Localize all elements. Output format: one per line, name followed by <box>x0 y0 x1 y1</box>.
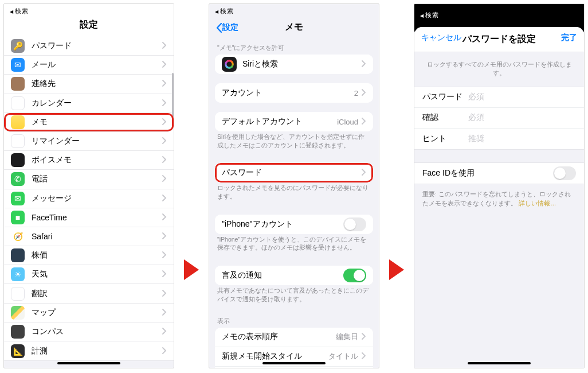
measure-icon: 📐 <box>11 344 25 358</box>
chevron-right-icon <box>362 117 366 126</box>
row-siri-search[interactable]: Siriと検索 <box>215 55 373 74</box>
compass-icon <box>11 325 25 339</box>
field-hint[interactable]: ヒント 推奨 <box>414 129 584 149</box>
back-search[interactable]: 検索 <box>10 7 28 14</box>
chevron-right-icon <box>362 60 366 69</box>
chevron-right-icon <box>162 79 167 88</box>
settings-row-contacts[interactable]: 連絡先 <box>4 75 174 94</box>
back-search[interactable]: 検索 <box>420 11 438 18</box>
switch-iphone-account[interactable] <box>343 217 366 231</box>
home-indicator[interactable] <box>468 362 531 364</box>
back-button[interactable]: 設定 <box>209 17 245 38</box>
chevron-right-icon <box>162 308 167 317</box>
row-label: 言及の通知 <box>222 270 343 281</box>
row-checked-sort[interactable]: チェックした項目を並べ替え 手動 <box>215 367 373 368</box>
chevron-right-icon <box>162 194 167 203</box>
row-value: 編集日 <box>336 332 358 342</box>
row-iphone-account[interactable]: "iPhone"アカウント <box>215 215 373 234</box>
row-label: "iPhone"アカウント <box>222 219 343 230</box>
row-label: 連絡先 <box>32 79 162 89</box>
row-label: コンパス <box>32 327 162 337</box>
row-sort-order[interactable]: メモの表示順序 編集日 <box>215 328 373 347</box>
chevron-right-icon <box>162 232 167 241</box>
siri-icon <box>222 57 237 72</box>
screen-settings: 検索 設定 🔑パスワード✉メール連絡先カレンダーメモリマインダーボイスメモ✆電話… <box>3 3 174 368</box>
chevron-right-icon <box>162 347 167 356</box>
cancel-button[interactable]: キャンセル <box>414 27 468 49</box>
settings-row-messages[interactable]: ✉メッセージ <box>4 189 174 208</box>
field-password[interactable]: パスワード 必須 <box>414 87 584 108</box>
caption-password: ロックされたメモを見るのにパスワードが必要になります。 <box>209 184 379 206</box>
section-allow-access: "メモ"にアクセスを許可 <box>209 37 379 55</box>
settings-row-notes[interactable]: メモ <box>4 113 174 132</box>
settings-row-safari[interactable]: 🧭Safari <box>4 227 174 246</box>
field-placeholder: 必須 <box>468 112 484 123</box>
settings-row-reminders[interactable]: リマインダー <box>4 132 174 151</box>
statusbar: 検索 <box>209 4 379 17</box>
settings-row-maps[interactable]: マップ <box>4 304 174 323</box>
settings-row-mail[interactable]: ✉メール <box>4 56 174 75</box>
important-note: 重要: このパスワードを忘れてしまうと、ロックされたメモを表示できなくなります。… <box>414 184 584 214</box>
row-label: 翻訳 <box>32 289 162 299</box>
arrow-right-icon <box>388 258 405 281</box>
row-label: FaceTime <box>32 213 162 222</box>
stocks-icon <box>11 248 25 262</box>
voicememos-icon <box>11 153 25 167</box>
switch-mention-notify[interactable] <box>343 269 366 282</box>
row-faceid[interactable]: Face IDを使用 <box>414 163 584 184</box>
settings-row-measure[interactable]: 📐計測 <box>4 341 174 360</box>
row-label: デフォルトアカウント <box>222 116 337 127</box>
field-placeholder: 推奨 <box>468 134 484 144</box>
chevron-right-icon <box>162 156 167 165</box>
field-label: パスワード <box>422 92 468 102</box>
chevron-right-icon <box>162 270 167 279</box>
home-indicator[interactable] <box>57 362 120 364</box>
row-label: 株価 <box>32 250 162 261</box>
chevron-right-icon <box>162 289 167 298</box>
settings-row-voicememos[interactable]: ボイスメモ <box>4 151 174 170</box>
settings-row-stocks[interactable]: 株価 <box>4 246 174 265</box>
passwords-icon: 🔑 <box>11 39 25 53</box>
row-label: 電話 <box>32 174 162 184</box>
caption-mention-notify: 共有メモであなたについて言及があったときにこのデバイスで通知を受け取ります。 <box>209 286 379 309</box>
field-confirm[interactable]: 確認 必須 <box>414 108 584 129</box>
settings-row-phone[interactable]: ✆電話 <box>4 170 174 189</box>
page-title: メモ <box>285 21 303 33</box>
mail-icon: ✉ <box>11 58 25 72</box>
caption-default-account: Siriを使用した場合など、アカウントを指定せずに作成したメモはこのアカウントに… <box>209 133 379 155</box>
switch-faceid[interactable] <box>553 166 576 180</box>
settings-row-passwords[interactable]: 🔑パスワード <box>4 37 174 56</box>
back-label: 設定 <box>222 22 238 33</box>
row-default-account[interactable]: デフォルトアカウント iCloud <box>215 112 373 131</box>
chevron-right-icon <box>162 99 167 108</box>
chevron-right-icon <box>162 118 167 127</box>
safari-icon: 🧭 <box>11 230 25 243</box>
field-label: ヒント <box>422 134 468 144</box>
more-info-link[interactable]: 詳しい情報… <box>519 200 556 207</box>
facetime-icon: ■ <box>11 211 25 224</box>
done-button[interactable]: 完了 <box>554 27 584 49</box>
row-label: アカウント <box>222 88 354 98</box>
back-search[interactable]: 検索 <box>215 7 233 14</box>
maps-icon <box>11 306 25 320</box>
chevron-left-icon <box>216 23 222 33</box>
settings-row-translate[interactable]: ⇄翻訳 <box>4 284 174 303</box>
settings-row-weather[interactable]: ☀天気 <box>4 265 174 284</box>
weather-icon: ☀ <box>11 267 25 281</box>
row-label: メモ <box>32 117 162 127</box>
phone-icon: ✆ <box>11 172 25 186</box>
row-password[interactable]: パスワード <box>215 163 373 182</box>
password-form: パスワード 必須 確認 必須 ヒント 推奨 <box>414 87 584 150</box>
row-mention-notify[interactable]: 言及の通知 <box>215 266 373 285</box>
chevron-right-icon <box>362 88 366 98</box>
row-accounts[interactable]: アカウント 2 <box>215 83 373 103</box>
chevron-right-icon <box>362 352 366 361</box>
row-label: 計測 <box>32 346 162 356</box>
row-label: メモの表示順序 <box>222 332 336 342</box>
settings-row-facetime[interactable]: ■FaceTime <box>4 208 174 227</box>
settings-row-calendar[interactable]: カレンダー <box>4 94 174 113</box>
home-indicator[interactable] <box>262 362 326 364</box>
row-label: リマインダー <box>32 136 162 146</box>
settings-row-compass[interactable]: コンパス <box>4 323 174 341</box>
section-display: 表示 <box>209 317 379 328</box>
